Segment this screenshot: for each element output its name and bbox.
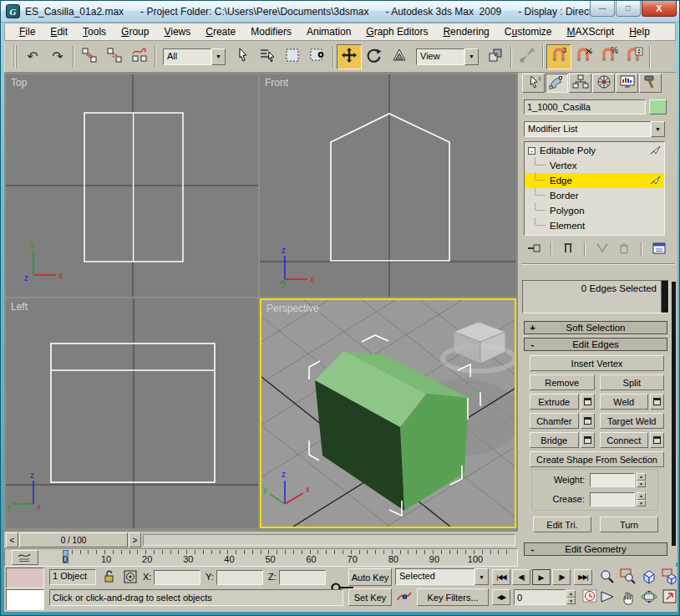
edit-edges-weld-button[interactable]: Weld	[600, 394, 649, 410]
edit-edges-chamfer-settings-button[interactable]	[581, 413, 595, 429]
menu-edit[interactable]: Edit	[43, 23, 75, 40]
close-button[interactable]: X	[642, 1, 677, 17]
modifier-list-combo[interactable]: Modifier List ▼	[524, 121, 665, 137]
edit-tri-button[interactable]: Edit Tri.	[533, 517, 591, 532]
select-object-button[interactable]	[230, 44, 255, 69]
edit-edges-connect-button[interactable]: Connect	[600, 432, 649, 448]
toolbar-drag-handle[interactable]	[12, 45, 17, 69]
edit-edges-remove-button[interactable]: Remove	[530, 374, 595, 390]
object-color-swatch[interactable]	[649, 99, 667, 115]
spinner-up-icon[interactable]: ▲	[637, 473, 646, 481]
select-and-scale-button[interactable]	[387, 44, 412, 69]
expander-icon[interactable]: -	[528, 147, 535, 155]
zoom-extents-button[interactable]	[639, 568, 658, 587]
menu-graph-editors[interactable]: Graph Editors	[358, 23, 435, 40]
arc-rotate-button[interactable]	[639, 588, 658, 607]
trackbar-ruler[interactable]: 0102030405060708090100	[5, 549, 517, 566]
angle-snap-toggle-button[interactable]	[571, 44, 596, 69]
selection-lock-toggle[interactable]	[99, 569, 118, 586]
viewport-front-label[interactable]: Front	[265, 77, 288, 89]
rollout-edit-edges[interactable]: - Edit Edges	[524, 338, 667, 351]
goto-start-button[interactable]: |◀◀	[492, 569, 510, 585]
maximize-viewport-toggle[interactable]	[660, 588, 679, 607]
menu-group[interactable]: Group	[114, 23, 156, 40]
tab-utilities[interactable]	[639, 74, 662, 93]
viewport-left-label[interactable]: Left	[11, 301, 28, 313]
zoom-button[interactable]	[597, 568, 617, 587]
time-slider-prev-button[interactable]: <	[6, 532, 18, 547]
pin-stack-button[interactable]	[526, 242, 541, 257]
rollout-soft-selection[interactable]: + Soft Selection	[524, 321, 667, 334]
edit-edges-chamfer-button[interactable]: Chamfer	[530, 413, 579, 429]
edit-edges-weld-settings-button[interactable]	[650, 394, 664, 410]
viewport-top-label[interactable]: Top	[11, 77, 27, 89]
undo-button[interactable]: ↶	[20, 44, 45, 69]
maximize-button[interactable]: □	[616, 1, 641, 17]
redo-button[interactable]: ↷	[45, 44, 70, 69]
select-and-rotate-button[interactable]	[362, 44, 387, 69]
edit-edges-insert-vertex-button[interactable]: Insert Vertex	[530, 355, 664, 371]
z-coordinate-field[interactable]	[279, 570, 326, 585]
make-unique-button[interactable]	[595, 242, 610, 257]
time-configuration-button[interactable]	[581, 588, 599, 606]
rollout-edit-geometry[interactable]: - Edit Geometry	[524, 542, 667, 556]
edit-edges-extrude-button[interactable]: Extrude	[530, 394, 579, 410]
menu-help[interactable]: Help	[622, 23, 657, 40]
edit-edges-connect-settings-button[interactable]	[650, 432, 664, 448]
viewport-perspective[interactable]: Perspective	[260, 298, 516, 528]
menu-views[interactable]: Views	[156, 23, 198, 40]
tab-create[interactable]	[522, 74, 545, 93]
track-bar[interactable]: 0102030405060708090100	[4, 548, 518, 567]
zoom-all-button[interactable]	[618, 568, 637, 587]
snaps-toggle-button[interactable]: 3	[546, 44, 571, 69]
spinner-down-icon[interactable]: ▼	[637, 500, 646, 507]
select-by-name-button[interactable]	[255, 44, 280, 69]
percent-snap-toggle-button[interactable]: %	[596, 44, 622, 69]
viewcube-widget[interactable]	[443, 322, 515, 371]
pan-button[interactable]	[618, 588, 637, 607]
tab-hierarchy[interactable]	[569, 74, 591, 93]
stack-item-element[interactable]: Element	[525, 218, 664, 233]
scene-object-house[interactable]	[315, 351, 469, 511]
maxscript-listener-pink[interactable]	[6, 568, 44, 588]
spinner-snap-toggle-button[interactable]	[622, 44, 647, 69]
auto-key-button[interactable]: Auto Key	[348, 568, 392, 586]
stack-item-vertex[interactable]: Vertex	[525, 158, 664, 173]
use-pivot-point-center-button[interactable]	[483, 44, 508, 69]
edit-edges-create-shape-from-selection-button[interactable]: Create Shape From Selection	[530, 451, 664, 467]
time-slider-handle[interactable]: 0 / 100	[19, 532, 128, 547]
chevron-down-icon[interactable]: ▼	[651, 121, 665, 137]
spinner-down-icon[interactable]: ▼	[566, 598, 576, 605]
menu-modifiers[interactable]: Modifiers	[243, 23, 299, 40]
selection-set-combo[interactable]: Selected ▼	[395, 568, 489, 585]
previous-frame-button[interactable]: ◀||	[512, 569, 530, 585]
time-slider-track[interactable]	[143, 534, 515, 546]
turn-button[interactable]: Turn	[600, 517, 658, 532]
menu-maxscript[interactable]: MAXScript	[560, 23, 622, 40]
menu-file[interactable]: File	[12, 23, 43, 40]
x-coordinate-field[interactable]	[154, 570, 200, 585]
viewport-left[interactable]: Left z y x	[6, 298, 258, 528]
chevron-down-icon[interactable]: ▼	[211, 48, 226, 65]
menu-rendering[interactable]: Rendering	[435, 23, 496, 40]
set-key-button[interactable]: Set Key	[348, 588, 392, 606]
maxscript-listener-white[interactable]	[6, 589, 44, 610]
select-and-manipulate-button[interactable]	[515, 44, 540, 69]
command-panel-scrollbar[interactable]	[672, 282, 676, 546]
spinner-down-icon[interactable]: ▼	[637, 481, 646, 488]
tab-modify[interactable]	[546, 74, 568, 93]
crease-field[interactable]	[590, 492, 635, 507]
minimize-button[interactable]: —	[590, 1, 615, 17]
frame-spinner[interactable]: ▲ ▼	[566, 590, 576, 604]
viewport-perspective-label[interactable]: Perspective	[266, 303, 319, 314]
stack-item-edge[interactable]: Edge	[525, 173, 664, 188]
remove-modifier-button[interactable]	[617, 242, 632, 257]
reference-coordinate-system-combo[interactable]: View ▼	[416, 48, 479, 65]
field-of-view-button[interactable]	[597, 588, 617, 607]
tab-display[interactable]	[616, 74, 638, 93]
menu-customize[interactable]: Customize	[497, 23, 560, 40]
next-frame-button[interactable]: ||▶	[552, 569, 571, 585]
crease-spinner[interactable]: ▲▼	[637, 492, 646, 507]
weight-field[interactable]	[590, 473, 635, 487]
edit-edges-bridge-button[interactable]: Bridge	[530, 432, 579, 448]
